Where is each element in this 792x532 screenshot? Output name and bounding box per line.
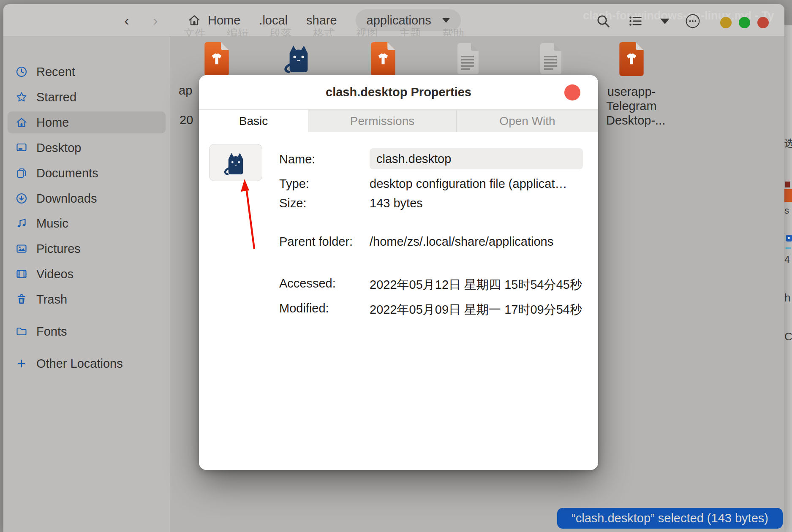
sidebar-item-pictures[interactable]: Pictures xyxy=(8,238,166,260)
path-bar: Home .local share applications xyxy=(188,9,461,31)
file-label-fragment: 20 xyxy=(180,113,193,127)
file-text-document[interactable] xyxy=(443,42,494,78)
breadcrumb-label: .local xyxy=(259,14,288,27)
text-file-icon xyxy=(455,42,482,76)
sidebar-item-label: Trash xyxy=(36,293,67,307)
edge-fragment-block xyxy=(786,247,791,249)
sidebar: Recent Starred Home Desktop xyxy=(3,36,170,532)
home-icon xyxy=(15,116,28,129)
edge-fragment-text: s xyxy=(784,205,792,216)
breadcrumb-local[interactable]: .local xyxy=(259,14,288,27)
file-text-document[interactable] xyxy=(526,42,577,78)
breadcrumb-home[interactable]: Home xyxy=(188,14,240,27)
sidebar-item-label: Pictures xyxy=(36,242,81,256)
chevron-down-icon xyxy=(442,18,450,23)
edge-fragment-text: 选 xyxy=(784,137,792,150)
documents-icon xyxy=(15,167,28,179)
dialog-close-button[interactable] xyxy=(564,84,580,100)
sidebar-item-label: Other Locations xyxy=(36,357,123,371)
edge-fragment-text: h xyxy=(784,291,792,304)
chevron-down-icon xyxy=(660,19,670,24)
sidebar-item-desktop[interactable]: Desktop xyxy=(8,137,166,159)
edge-fragment-icon xyxy=(786,235,792,242)
sidebar-item-music[interactable]: Music xyxy=(8,212,166,234)
sidebar-item-downloads[interactable]: Downloads xyxy=(8,187,166,209)
breadcrumb-share[interactable]: share xyxy=(306,14,337,27)
edge-fragment-text: C xyxy=(784,330,792,343)
window-minimize-button[interactable] xyxy=(720,17,732,28)
clash-cat-icon xyxy=(223,149,248,176)
forward-button[interactable]: › xyxy=(147,12,164,29)
tab-permissions[interactable]: Permissions xyxy=(308,110,457,132)
accessed-label: Accessed: xyxy=(279,277,336,290)
screen: 选 s 4 h C clash-for-windows-on-linux.md … xyxy=(0,0,792,532)
name-input[interactable]: clash.desktop xyxy=(370,148,583,169)
view-mode-button[interactable] xyxy=(628,14,643,29)
file-label-fragment: ap xyxy=(179,84,192,98)
dialog-basic-panel: Name: clash.desktop Type: desktop config… xyxy=(199,132,598,470)
tab-basic[interactable]: Basic xyxy=(199,110,308,132)
sidebar-item-other-locations[interactable]: Other Locations xyxy=(8,353,166,375)
window-close-button[interactable] xyxy=(757,17,769,28)
desktop-file-icon xyxy=(368,41,398,77)
size-value: 143 bytes xyxy=(370,196,423,210)
ellipsis-menu-icon xyxy=(685,13,700,29)
breadcrumb-label: Home xyxy=(208,14,240,27)
sidebar-item-home[interactable]: Home xyxy=(8,111,166,133)
sidebar-item-trash[interactable]: Trash xyxy=(8,288,166,310)
type-label: Type: xyxy=(279,177,309,191)
back-button[interactable]: ‹ xyxy=(118,12,135,29)
sidebar-item-videos[interactable]: Videos xyxy=(8,263,166,285)
search-button[interactable] xyxy=(596,14,611,29)
file-desktop-entry[interactable] xyxy=(191,41,242,79)
desktop-file-icon xyxy=(202,41,231,77)
clash-cat-icon xyxy=(283,41,314,74)
sidebar-item-fonts[interactable]: Fonts xyxy=(8,320,166,342)
home-icon xyxy=(188,14,201,27)
file-label: userapp- Telegram Desktop-... xyxy=(606,84,657,128)
parent-folder-value: /home/zs/.local/share/applications xyxy=(370,235,553,249)
modified-label: Modified: xyxy=(279,301,329,315)
headerbar: clash-for-windows-on-linux.md - Ty ‹ › H… xyxy=(3,4,784,36)
dialog-title: clash.desktop Properties xyxy=(199,75,598,110)
file-clash-desktop[interactable] xyxy=(273,41,324,76)
search-icon xyxy=(596,14,610,28)
list-view-icon xyxy=(628,14,642,28)
sidebar-item-label: Downloads xyxy=(36,192,97,206)
size-label: Size: xyxy=(279,196,306,210)
edge-fragment-text: 4 xyxy=(784,254,792,266)
edge-fragment-block xyxy=(785,182,790,187)
breadcrumb-label: share xyxy=(306,14,337,27)
name-value: clash.desktop xyxy=(376,152,451,166)
parent-folder-label: Parent folder: xyxy=(279,235,353,249)
window-maximize-button[interactable] xyxy=(739,17,750,28)
sidebar-item-documents[interactable]: Documents xyxy=(8,162,166,184)
dialog-tabs: Basic Permissions Open With xyxy=(199,110,598,132)
music-note-icon xyxy=(15,217,28,230)
tab-open-with[interactable]: Open With xyxy=(457,110,598,132)
sidebar-item-label: Videos xyxy=(36,267,73,281)
properties-dialog: clash.desktop Properties Basic Permissio… xyxy=(199,75,598,470)
file-desktop-entry[interactable] xyxy=(358,41,408,79)
view-options-dropdown[interactable] xyxy=(657,14,672,29)
sidebar-item-starred[interactable]: Starred xyxy=(8,86,166,108)
sidebar-item-label: Desktop xyxy=(36,141,81,155)
plus-icon xyxy=(15,357,28,370)
trash-icon xyxy=(15,293,28,306)
file-userapp-telegram[interactable]: userapp- Telegram Desktop-... xyxy=(606,41,657,128)
download-icon xyxy=(15,192,28,205)
sidebar-item-label: Documents xyxy=(36,166,98,180)
desktop-file-icon xyxy=(617,41,646,77)
file-icon-button[interactable] xyxy=(209,144,262,181)
file-manager-window: clash-for-windows-on-linux.md - Ty ‹ › H… xyxy=(3,4,784,532)
breadcrumb-applications-current[interactable]: applications xyxy=(356,9,461,31)
sidebar-item-label: Home xyxy=(36,116,69,130)
menu-button[interactable] xyxy=(685,14,700,29)
sidebar-item-label: Recent xyxy=(36,65,75,79)
modified-value: 2022年05月09日 星期一 17时09分54秒 xyxy=(370,301,582,318)
sidebar-item-recent[interactable]: Recent xyxy=(8,61,166,83)
type-value: desktop configuration file (applicat… xyxy=(370,177,567,191)
sidebar-item-label: Starred xyxy=(36,90,76,104)
text-file-icon xyxy=(537,42,565,76)
name-label: Name: xyxy=(279,152,315,166)
